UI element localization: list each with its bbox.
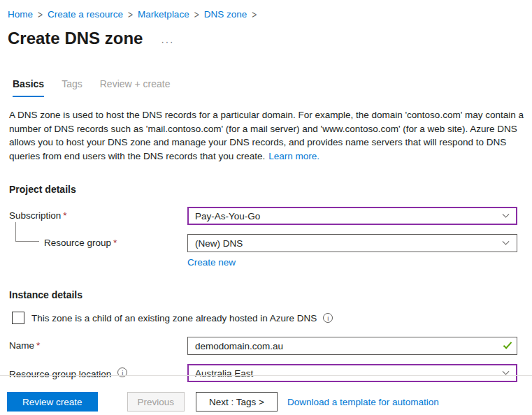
hierarchy-connector [15, 222, 39, 242]
breadcrumb-home[interactable]: Home [8, 9, 33, 20]
name-input-wrap [187, 337, 517, 355]
breadcrumb-dns-zone[interactable]: DNS zone [204, 9, 247, 20]
learn-more-link[interactable]: Learn more. [268, 151, 319, 161]
required-asterisk: * [113, 238, 117, 248]
breadcrumb: Home > Create a resource > Marketplace >… [0, 0, 532, 20]
project-details-heading: Project details [9, 184, 532, 195]
breadcrumb-separator-icon: > [194, 8, 199, 20]
breadcrumb-separator-icon: > [252, 8, 257, 20]
next-tags-button[interactable]: Next : Tags > [196, 392, 278, 412]
previous-button[interactable]: Previous [127, 392, 185, 412]
resource-group-label: Resource group* [9, 234, 187, 248]
chevron-down-icon [503, 367, 510, 374]
resource-group-value: (New) DNS [195, 238, 243, 249]
chevron-down-icon [503, 238, 510, 245]
review-create-button[interactable]: Review create [7, 392, 98, 412]
child-zone-checkbox[interactable] [12, 312, 24, 324]
tab-review-create[interactable]: Review + create [100, 78, 171, 97]
subscription-row: Subscription* Pay-As-You-Go [9, 207, 532, 225]
child-zone-row: This zone is a child of an existing zone… [12, 312, 532, 324]
wizard-footer: Review create Previous Next : Tags > Dow… [0, 375, 532, 412]
intro-text: A DNS zone is used to host the DNS recor… [9, 108, 524, 163]
tab-tags[interactable]: Tags [62, 78, 82, 97]
more-options-icon[interactable]: ··· [161, 36, 174, 47]
name-row: Name* [9, 337, 532, 355]
download-template-link[interactable]: Download a template for automation [287, 397, 439, 407]
breadcrumb-create-a-resource[interactable]: Create a resource [48, 9, 123, 20]
wizard-tabs: Basics Tags Review + create [13, 78, 532, 97]
child-zone-label: This zone is a child of an existing zone… [31, 313, 317, 323]
subscription-label-text: Subscription [9, 210, 61, 221]
required-asterisk: * [36, 340, 40, 351]
resource-group-dropdown[interactable]: (New) DNS [187, 234, 517, 252]
info-icon[interactable] [323, 313, 333, 323]
name-label: Name* [9, 337, 187, 351]
subscription-value: Pay-As-You-Go [195, 211, 260, 221]
breadcrumb-marketplace[interactable]: Marketplace [138, 9, 189, 20]
page-title: Create DNS zone [8, 29, 143, 48]
create-new-link[interactable]: Create new [187, 257, 236, 268]
instance-details-heading: Instance details [9, 289, 532, 300]
resource-group-row: Resource group* (New) DNS Create new [9, 234, 532, 268]
resource-group-label-text: Resource group [44, 238, 111, 248]
subscription-label: Subscription* [9, 207, 187, 221]
subscription-dropdown[interactable]: Pay-As-You-Go [187, 207, 517, 225]
name-input[interactable] [195, 341, 505, 351]
required-asterisk: * [63, 210, 66, 221]
tab-basics[interactable]: Basics [13, 78, 44, 97]
name-label-text: Name [9, 340, 34, 351]
page-header: Create DNS zone ··· [8, 29, 532, 48]
breadcrumb-separator-icon: > [38, 8, 43, 20]
chevron-down-icon [503, 210, 510, 217]
intro-body: A DNS zone is used to host the DNS recor… [9, 110, 524, 161]
breadcrumb-separator-icon: > [128, 8, 133, 20]
